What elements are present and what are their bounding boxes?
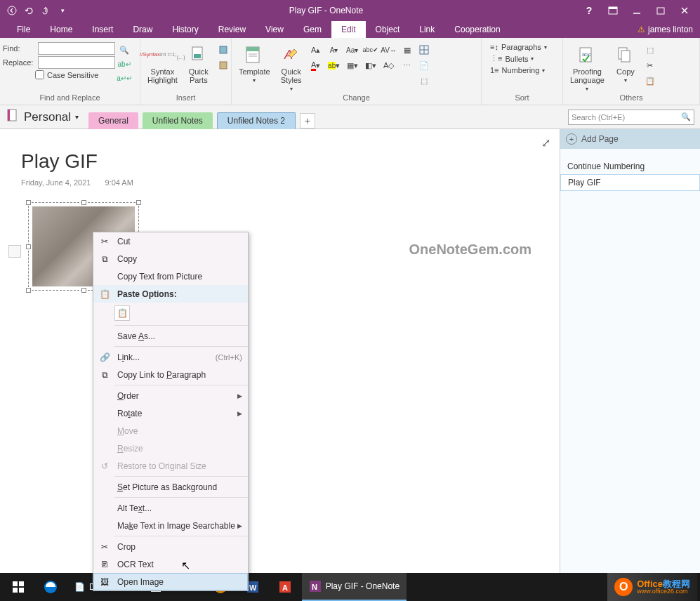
section-tab-unfiled[interactable]: Unfiled Notes — [143, 112, 213, 129]
fullscreen-icon[interactable]: ⤢ — [541, 136, 553, 147]
ctx-copy-link-paragraph[interactable]: ⧉Copy Link to Paragraph — [93, 366, 248, 383]
ctx-resize: Resize — [93, 440, 248, 457]
others-misc-2[interactable]: ✂ — [644, 59, 656, 72]
page-canvas[interactable]: ⤢ Play GIF Friday, June 4, 20219:04 AM O… — [0, 129, 560, 573]
svg-rect-9 — [220, 46, 227, 53]
others-misc-3[interactable]: 📋 — [644, 74, 656, 87]
svg-rect-27 — [13, 588, 18, 593]
tab-edit[interactable]: Edit — [331, 21, 366, 38]
tab-home[interactable]: Home — [40, 21, 82, 38]
tab-view[interactable]: View — [256, 21, 293, 38]
misc-icon-2[interactable]: ⋯ — [401, 59, 414, 72]
increase-font-icon[interactable]: A▴ — [310, 44, 322, 56]
spelling-icon[interactable]: abc✔ — [364, 44, 377, 56]
syntax-highlight-button[interactable]: //Syntax int i=1; {...} Syntax Highlight — [143, 42, 182, 86]
insert-misc-2[interactable] — [217, 59, 230, 72]
replace-one-icon[interactable]: ab↵ — [118, 58, 131, 70]
add-page-button[interactable]: + Add Page — [560, 129, 700, 149]
template-button[interactable]: Template▾ — [235, 42, 275, 85]
close-icon[interactable] — [679, 5, 690, 16]
quick-styles-button[interactable]: A Quick Styles▾ — [276, 42, 307, 93]
section-tab-general[interactable]: General — [88, 112, 138, 129]
numbering-button[interactable]: 1≡Numbering ▾ — [487, 65, 550, 75]
ctx-rotate[interactable]: Rotate▶ — [93, 404, 248, 422]
tab-cooperation[interactable]: Cooperation — [444, 21, 510, 38]
quick-parts-button[interactable]: Quick Parts — [183, 42, 214, 86]
minimize-icon[interactable] — [631, 5, 642, 16]
clear-format-icon[interactable]: A◇ — [383, 59, 395, 72]
change-case-icon[interactable]: Aa▾ — [346, 44, 359, 56]
taskbar-acrobat[interactable]: A — [270, 573, 301, 601]
table-icon[interactable] — [418, 44, 430, 56]
copy-icon — [614, 44, 637, 66]
proofing-language-button[interactable]: abc Proofing Language▾ — [566, 42, 609, 93]
page-item[interactable]: Continue Numbering — [560, 159, 700, 174]
find-next-icon[interactable]: 🔍 — [118, 44, 131, 56]
back-icon[interactable] — [6, 4, 18, 17]
maximize-icon[interactable] — [655, 5, 666, 16]
misc-icon-3[interactable]: ⬚ — [418, 74, 430, 87]
svg-rect-28 — [19, 588, 24, 593]
ctx-link[interactable]: 🔗Link...(Ctrl+K) — [93, 348, 248, 366]
font-color-icon[interactable]: A▾ — [310, 59, 322, 72]
ctx-alt-text[interactable]: Alt Text... — [93, 499, 248, 517]
tab-history[interactable]: History — [162, 21, 208, 38]
page-title[interactable]: Play GIF — [21, 150, 539, 173]
copy-button[interactable]: Copy▾ — [610, 42, 641, 85]
misc-icon-1[interactable]: ▦ — [401, 44, 414, 56]
ctx-copy[interactable]: ⧉Copy — [93, 250, 248, 268]
replace-input[interactable] — [38, 56, 115, 69]
paragraphs-button[interactable]: ≡↕Paragraphs ▾ — [487, 42, 550, 52]
tab-file[interactable]: File — [7, 21, 40, 38]
find-input[interactable] — [38, 42, 115, 55]
shading-icon[interactable]: ◧▾ — [364, 59, 377, 72]
tab-insert[interactable]: Insert — [82, 21, 123, 38]
highlight-icon[interactable]: ab▾ — [328, 59, 341, 72]
note-container-icon[interactable] — [8, 245, 21, 258]
tab-gem[interactable]: Gem — [293, 21, 331, 38]
add-section-button[interactable]: + — [300, 113, 315, 128]
ctx-cut[interactable]: ✂Cut — [93, 232, 248, 250]
ctx-save-as[interactable]: Save As... — [93, 327, 248, 345]
svg-rect-26 — [19, 581, 24, 586]
undo-icon[interactable] — [22, 4, 35, 17]
title-bar: ▾ Play GIF - OneNote ? — [0, 0, 700, 21]
insert-misc-1[interactable] — [217, 44, 230, 56]
ctx-ocr[interactable]: 🖹OCR Text — [93, 555, 248, 573]
user-account[interactable]: ⚠ james linton — [638, 21, 700, 38]
ctx-crop[interactable]: ✂Crop — [93, 538, 248, 555]
touch-mode-icon[interactable] — [39, 4, 52, 17]
ribbon-display-icon[interactable] — [607, 5, 619, 16]
link-icon: 🔗 — [96, 350, 113, 364]
replace-all-icon[interactable]: a↵↵ — [118, 72, 131, 84]
taskbar-edge[interactable] — [35, 573, 66, 601]
numbering-icon: 1≡ — [490, 66, 499, 74]
character-spacing-icon[interactable]: AV↔ — [383, 44, 395, 56]
tab-draw[interactable]: Draw — [123, 21, 162, 38]
ctx-paste-header: 📋Paste Options: — [93, 285, 248, 303]
paste-option-icon[interactable]: 📋 — [114, 305, 130, 321]
taskbar-onenote[interactable]: NPlay GIF - OneNote — [302, 573, 407, 601]
tab-object[interactable]: Object — [366, 21, 410, 38]
ctx-order[interactable]: Order▶ — [93, 387, 248, 404]
ctx-set-background[interactable]: Set Picture as Background — [93, 478, 248, 496]
qat-dropdown-icon[interactable]: ▾ — [56, 4, 69, 17]
notebook-selector[interactable]: Personal ▾ — [6, 108, 84, 126]
page-color-icon[interactable]: 📄 — [418, 59, 430, 72]
decrease-font-icon[interactable]: A▾ — [328, 44, 341, 56]
help-icon[interactable]: ? — [583, 5, 595, 16]
ctx-copy-text[interactable]: Copy Text from Picture — [93, 268, 248, 285]
section-tab-unfiled2[interactable]: Unfiled Notes 2 — [217, 112, 296, 129]
tab-link[interactable]: Link — [409, 21, 444, 38]
page-item[interactable]: Play GIF — [560, 174, 700, 191]
search-input[interactable]: Search (Ctrl+E) 🔍 — [568, 110, 694, 125]
tab-review[interactable]: Review — [209, 21, 256, 38]
ctx-open-image[interactable]: 🖼Open Image — [93, 573, 248, 590]
borders-icon[interactable]: ▦▾ — [346, 59, 359, 72]
others-misc-1[interactable]: ⬚ — [644, 44, 656, 56]
quick-parts-icon — [187, 44, 210, 66]
case-sensitive-checkbox[interactable] — [35, 70, 44, 79]
ctx-searchable[interactable]: Make Text in Image Searchable▶ — [93, 517, 248, 534]
start-button[interactable] — [3, 573, 34, 601]
bullets-button[interactable]: ⋮≡Bullets ▾ — [487, 53, 550, 64]
